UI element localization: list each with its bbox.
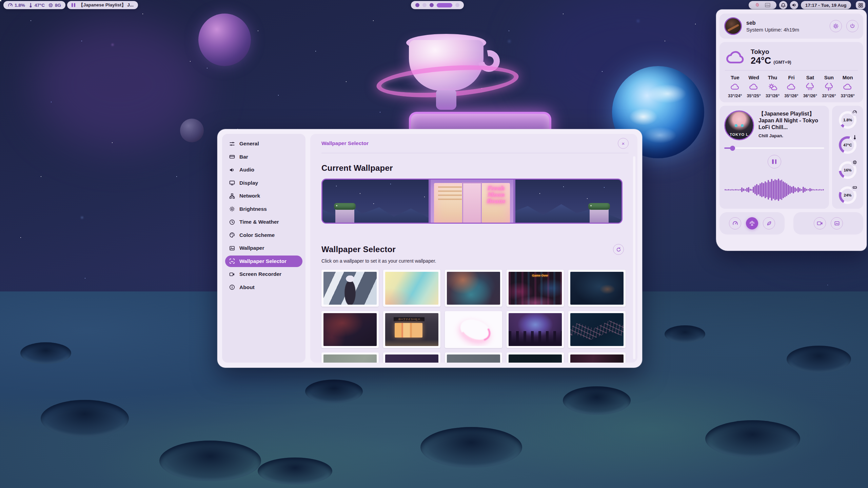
wallpaper-thumbnail[interactable] [383, 270, 440, 307]
preview-planter [335, 208, 354, 223]
wallpaper-thumbnail[interactable] [321, 311, 379, 348]
wallpaper-thumbnail[interactable] [568, 270, 626, 307]
systray-pill[interactable] [749, 1, 776, 9]
wallpaper-thumbnail[interactable] [445, 311, 502, 348]
workspace-dot-5[interactable] [455, 3, 459, 7]
sidebar-item-bar[interactable]: Bar [225, 151, 302, 163]
tune-icon [229, 141, 235, 147]
cloud-icon [730, 83, 740, 91]
storm-icon [824, 83, 834, 91]
seek-slider[interactable] [724, 146, 824, 150]
scrollbar[interactable] [633, 156, 635, 359]
wallpaper-thumbnail[interactable] [321, 352, 379, 363]
temperature-stat: 47°C [28, 3, 45, 8]
wallpaper-thumbnail[interactable] [507, 352, 564, 363]
wallpaper-thumbnail[interactable] [445, 352, 502, 363]
forecast-day-label: Sat [806, 75, 814, 80]
desktop: 1.8% 47°C 8G 【Japanese Playlist】 J... 17… [0, 0, 868, 488]
sidebar-item-time-weather[interactable]: Time & Weather [225, 216, 302, 228]
sidebar-item-screen-recorder[interactable]: Screen Recorder [225, 268, 302, 280]
forecast-temps: 33°/26° [766, 94, 780, 98]
wallpaper-thumbnail[interactable]: Game Over [507, 270, 564, 307]
workspace-dot-1[interactable] [415, 3, 419, 7]
powersave-profile-button[interactable] [763, 217, 775, 229]
sidebar-item-label: Brightness [239, 206, 267, 212]
workspace-active-pill[interactable] [437, 3, 452, 7]
workspace-dot-2[interactable] [422, 3, 427, 7]
close-button[interactable]: × [618, 138, 629, 149]
disk-icon [851, 184, 859, 191]
crater [420, 427, 522, 468]
temperature-value: 47°C [35, 3, 45, 8]
wallpaper-thumbnail[interactable] [507, 311, 564, 348]
quick-settings-panel: seb System Uptime: 4h19m Tokyo 24°C (GMT… [716, 9, 867, 251]
sidebar-item-brightness[interactable]: Brightness [225, 203, 302, 215]
preview-cafe: Fresh Moon Beans [429, 180, 515, 224]
media-pill[interactable]: 【Japanese Playlist】 J... [67, 1, 138, 9]
sidebar-item-audio[interactable]: Audio [225, 164, 302, 176]
sidebar-item-about[interactable]: About [225, 282, 302, 293]
slider-thumb[interactable] [730, 146, 735, 151]
settings-button[interactable] [830, 20, 842, 32]
crater [258, 458, 332, 485]
wallpaper-thumbnail[interactable] [568, 311, 626, 348]
purple-planet [198, 14, 251, 66]
screen-record-button[interactable] [814, 217, 826, 229]
slider-track[interactable] [724, 147, 824, 149]
thermometer-icon [851, 134, 859, 141]
crater [705, 420, 800, 458]
user-card: seb System Uptime: 4h19m [719, 14, 863, 39]
volume-button[interactable] [790, 1, 798, 9]
app-launcher-button[interactable] [856, 1, 865, 9]
sidebar-item-label: About [239, 284, 255, 290]
wallpaper-thumbnail[interactable] [568, 352, 626, 363]
workspaces-indicator[interactable] [411, 1, 464, 9]
refresh-button[interactable] [613, 244, 624, 255]
cpu-load-stat: 1.8% [8, 3, 25, 8]
screenshot-button[interactable] [831, 217, 843, 229]
notifications-button[interactable] [779, 1, 787, 9]
sidebar-item-wallpaper[interactable]: Wallpaper [225, 242, 302, 254]
sidebar-item-label: Network [239, 193, 260, 199]
partly-sunny-icon [768, 83, 778, 91]
tray-image-icon[interactable] [765, 3, 770, 7]
wallpaper-thumbnail[interactable] [445, 270, 502, 307]
clock-pill[interactable]: 17:17 - Tue, 19 Aug [801, 1, 851, 9]
forecast-day: Tue 33°/24° [726, 75, 744, 98]
system-stats-pill[interactable]: 1.8% 47°C 8G [3, 1, 65, 9]
speedometer-icon [8, 3, 13, 8]
starfield-bright [0, 0, 1, 1]
monitor-icon [229, 180, 235, 186]
wallpaper-thumbnail[interactable] [321, 270, 379, 307]
wallpaper-thumbnail[interactable]: ローファイコーヒー [383, 311, 440, 348]
sidebar-item-wallpaper-selector[interactable]: Wallpaper Selector [225, 256, 302, 267]
cloud-icon [843, 83, 853, 91]
track-artist: Chill Japan. [758, 133, 824, 138]
sidebar-item-general[interactable]: General [225, 138, 302, 149]
balanced-profile-button[interactable] [746, 217, 758, 229]
pause-icon [775, 159, 777, 164]
forecast-day-label: Sun [824, 75, 834, 80]
workspace-dot-3[interactable] [430, 3, 434, 7]
tray-app-icon[interactable] [755, 2, 760, 8]
chip-icon [48, 3, 53, 8]
album-art: TOKYO L [724, 110, 754, 140]
wallpaper-thumbnail[interactable] [383, 352, 440, 363]
crater [787, 346, 851, 373]
sidebar-item-color-scheme[interactable]: Color Scheme [225, 229, 302, 241]
selector-subtitle: Click on a wallpaper to set it as your c… [321, 258, 624, 264]
play-pause-button[interactable] [768, 155, 781, 168]
sidebar-item-label: Screen Recorder [239, 271, 281, 277]
performance-profile-button[interactable] [729, 217, 741, 229]
sidebar-item-network[interactable]: Network [225, 190, 302, 202]
nebula-blob [34, 20, 203, 149]
power-profile-group [719, 212, 785, 235]
speaker-icon [229, 167, 235, 173]
utilities-group [793, 212, 863, 235]
bell-icon [781, 3, 786, 8]
username: seb [746, 20, 799, 26]
selector-heading-row: Wallpaper Selector [321, 244, 624, 255]
cpu-usage-gauge: 16% [838, 159, 857, 180]
sidebar-item-display[interactable]: Display [225, 177, 302, 189]
power-button[interactable] [846, 20, 859, 32]
